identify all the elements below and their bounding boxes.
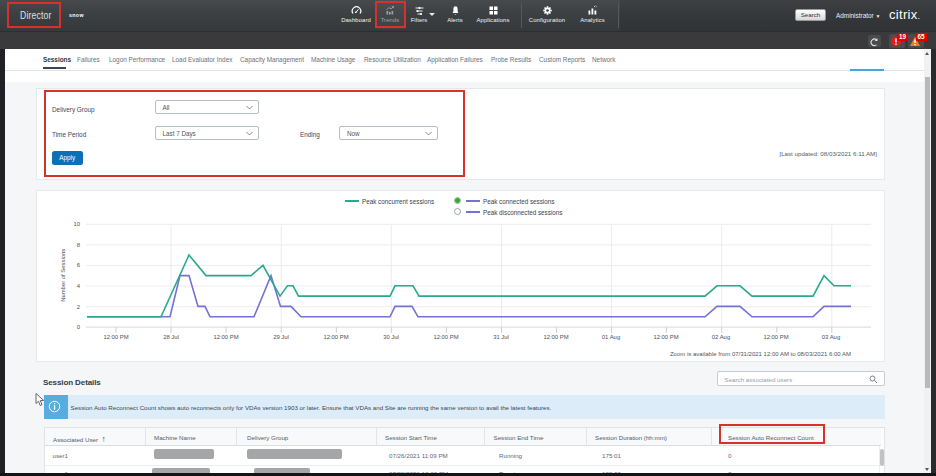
svg-text:12:00 PM: 12:00 PM bbox=[543, 334, 568, 340]
svg-text:29 Jul: 29 Jul bbox=[273, 334, 289, 340]
svg-text:0: 0 bbox=[77, 324, 81, 330]
svg-text:02 Aug: 02 Aug bbox=[712, 334, 730, 340]
svg-text:01 Aug: 01 Aug bbox=[602, 334, 620, 340]
svg-text:12:00 PM: 12:00 PM bbox=[213, 334, 238, 340]
svg-text:12:00 PM: 12:00 PM bbox=[763, 334, 788, 340]
svg-text:6: 6 bbox=[77, 262, 81, 268]
svg-text:Number of Sessions: Number of Sessions bbox=[60, 248, 66, 301]
svg-text:2: 2 bbox=[77, 303, 80, 309]
svg-text:30 Jul: 30 Jul bbox=[383, 334, 399, 340]
svg-text:Zoom is available from 07/31/2: Zoom is available from 07/31/2021 12:00 … bbox=[670, 350, 851, 356]
svg-text:12:00 PM: 12:00 PM bbox=[433, 334, 458, 340]
svg-text:12:00 PM: 12:00 PM bbox=[653, 334, 678, 340]
svg-text:8: 8 bbox=[77, 241, 81, 247]
svg-text:03 Aug: 03 Aug bbox=[822, 334, 840, 340]
svg-text:4: 4 bbox=[77, 283, 81, 289]
svg-text:31 Jul: 31 Jul bbox=[493, 334, 509, 340]
svg-text:28 Jul: 28 Jul bbox=[163, 334, 179, 340]
svg-text:12:00 PM: 12:00 PM bbox=[103, 334, 128, 340]
svg-text:12:00 PM: 12:00 PM bbox=[323, 334, 348, 340]
svg-text:10: 10 bbox=[73, 221, 80, 227]
